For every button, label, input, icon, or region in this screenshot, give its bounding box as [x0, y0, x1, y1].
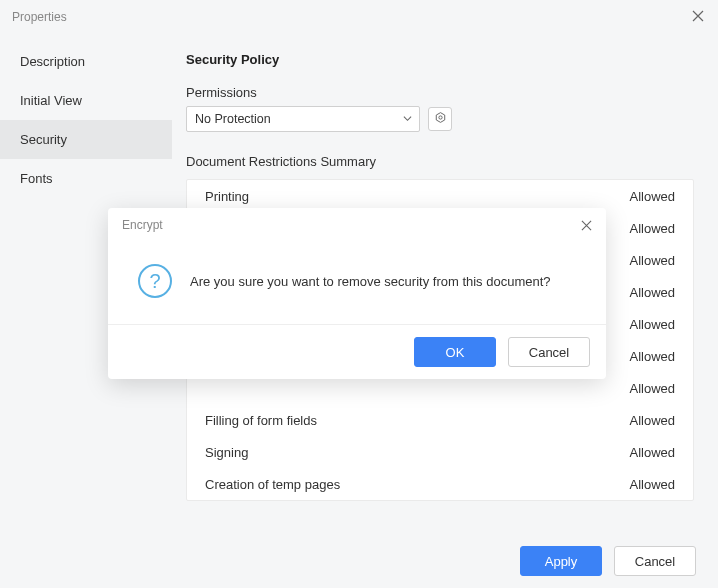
- close-icon[interactable]: [692, 9, 704, 25]
- restriction-name: Filling of form fields: [205, 413, 317, 428]
- restriction-value: Allowed: [629, 285, 675, 300]
- modal-close-icon[interactable]: [581, 218, 592, 233]
- restriction-value: Allowed: [629, 221, 675, 236]
- properties-window: Properties Description Initial View Secu…: [0, 0, 718, 588]
- svg-marker-0: [436, 113, 444, 123]
- restriction-value: Allowed: [629, 349, 675, 364]
- window-title: Properties: [12, 10, 67, 24]
- modal-titlebar: Encrypt: [108, 208, 606, 242]
- restriction-name: Printing: [205, 189, 249, 204]
- cancel-button[interactable]: Cancel: [614, 546, 696, 576]
- modal-body: ? Are you sure you want to remove securi…: [108, 242, 606, 324]
- permissions-label: Permissions: [186, 85, 694, 100]
- ok-button[interactable]: OK: [414, 337, 496, 367]
- restriction-value: Allowed: [629, 445, 675, 460]
- restrictions-summary-label: Document Restrictions Summary: [186, 154, 694, 169]
- modal-message: Are you sure you want to remove security…: [190, 274, 551, 289]
- permissions-row: No Protection: [186, 106, 694, 132]
- table-row: Creation of temp pagesAllowed: [187, 468, 693, 500]
- restriction-name: Signing: [205, 445, 248, 460]
- apply-button[interactable]: Apply: [520, 546, 602, 576]
- restriction-value: Allowed: [629, 413, 675, 428]
- gear-icon: [434, 111, 447, 127]
- modal-title: Encrypt: [122, 218, 163, 232]
- permissions-value: No Protection: [195, 112, 271, 126]
- sidebar-item-fonts[interactable]: Fonts: [0, 159, 172, 198]
- sidebar-item-initial-view[interactable]: Initial View: [0, 81, 172, 120]
- encrypt-dialog: Encrypt ? Are you sure you want to remov…: [108, 208, 606, 379]
- titlebar: Properties: [0, 0, 718, 34]
- restriction-value: Allowed: [629, 477, 675, 492]
- table-row: SigningAllowed: [187, 436, 693, 468]
- restriction-value: Allowed: [629, 253, 675, 268]
- table-row: Filling of form fieldsAllowed: [187, 404, 693, 436]
- restriction-name: Creation of temp pages: [205, 477, 340, 492]
- modal-footer: OK Cancel: [108, 324, 606, 379]
- modal-cancel-button[interactable]: Cancel: [508, 337, 590, 367]
- question-icon: ?: [138, 264, 172, 298]
- permissions-settings-button[interactable]: [428, 107, 452, 131]
- dialog-footer: Apply Cancel: [0, 534, 718, 588]
- permissions-select[interactable]: No Protection: [186, 106, 420, 132]
- restriction-value: Allowed: [629, 317, 675, 332]
- section-title: Security Policy: [186, 52, 694, 67]
- restriction-value: Allowed: [629, 381, 675, 396]
- sidebar-item-description[interactable]: Description: [0, 42, 172, 81]
- restriction-value: Allowed: [629, 189, 675, 204]
- sidebar-item-security[interactable]: Security: [0, 120, 172, 159]
- chevron-down-icon: [403, 112, 412, 126]
- svg-point-1: [438, 116, 441, 119]
